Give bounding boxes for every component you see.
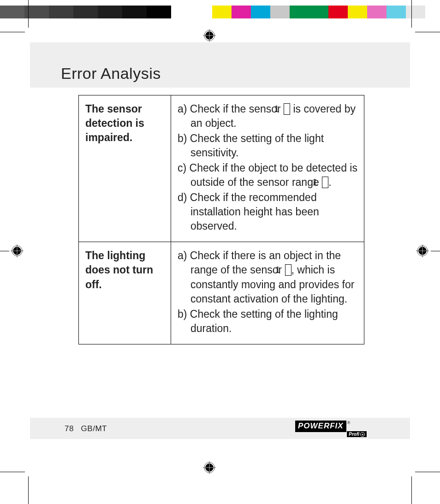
reference-number-box: 1 <box>284 103 290 115</box>
plus-icon: + <box>360 432 365 437</box>
color-swatch <box>348 6 367 18</box>
solution-line: b) Check the setting of the light sensit… <box>178 131 358 160</box>
brand-subline: Profi <box>349 432 359 437</box>
solution-line: a) Check if there is an object in the ra… <box>178 249 358 306</box>
color-swatch <box>270 6 290 18</box>
color-swatch <box>232 6 251 18</box>
color-swatch <box>147 6 171 18</box>
table-row: The lighting does not turn off.a) Check … <box>79 242 364 344</box>
registered-mark-icon: ® <box>347 421 351 425</box>
color-swatch <box>212 6 232 18</box>
color-swatch <box>367 6 386 18</box>
brand-logo: POWERFIX ® Profi+ <box>295 421 364 437</box>
registration-mark-icon <box>11 244 24 257</box>
solution-line: b) Check the setting of the lighting dur… <box>178 307 358 336</box>
color-swatch <box>251 6 270 18</box>
footer-text: 78 GB/MT <box>65 424 107 433</box>
color-swatch <box>309 6 328 18</box>
registration-mark-icon <box>203 29 216 42</box>
color-swatch <box>406 6 425 18</box>
crop-tick <box>0 472 25 472</box>
color-swatch <box>328 6 348 18</box>
table-row: The sensor detection is impaired.a) Chec… <box>79 95 364 242</box>
color-swatch <box>386 6 406 18</box>
solution-cell: a) Check if the sensor 1 is covered by a… <box>171 95 364 242</box>
reference-number-box: 1 <box>285 264 291 276</box>
crop-tick <box>0 251 9 251</box>
calibration-strip <box>0 6 440 18</box>
color-swatch <box>98 6 122 18</box>
crop-tick <box>431 251 440 251</box>
crop-tick <box>0 32 25 32</box>
color-swatch <box>122 6 147 18</box>
color-swatch <box>73 6 98 18</box>
color-swatch <box>290 6 309 18</box>
registration-mark-icon <box>416 244 429 257</box>
reference-number-box: 1 <box>322 177 328 188</box>
problem-cell: The sensor detection is impaired. <box>79 95 171 242</box>
page-region: GB/MT <box>81 424 107 433</box>
color-swatch <box>0 6 24 18</box>
solution-cell: a) Check if there is an object in the ra… <box>171 242 364 344</box>
error-table: The sensor detection is impaired.a) Chec… <box>78 95 364 344</box>
registration-mark-icon <box>203 461 216 474</box>
problem-cell: The lighting does not turn off. <box>79 242 171 344</box>
crop-tick <box>411 0 412 28</box>
brand-name: POWERFIX <box>298 421 344 430</box>
solution-line: d) Check if the recommended installation… <box>178 190 358 233</box>
crop-tick <box>28 476 29 504</box>
crop-tick <box>415 472 440 472</box>
color-swatch <box>49 6 73 18</box>
crop-tick <box>415 32 440 32</box>
color-swatch <box>171 6 196 18</box>
solution-line: c) Check if the object to be detected is… <box>178 161 358 190</box>
crop-tick <box>28 0 29 28</box>
solution-line: a) Check if the sensor 1 is covered by a… <box>178 102 358 130</box>
crop-tick <box>411 476 412 504</box>
page-number: 78 <box>65 424 74 433</box>
page-title: Error Analysis <box>61 65 161 83</box>
